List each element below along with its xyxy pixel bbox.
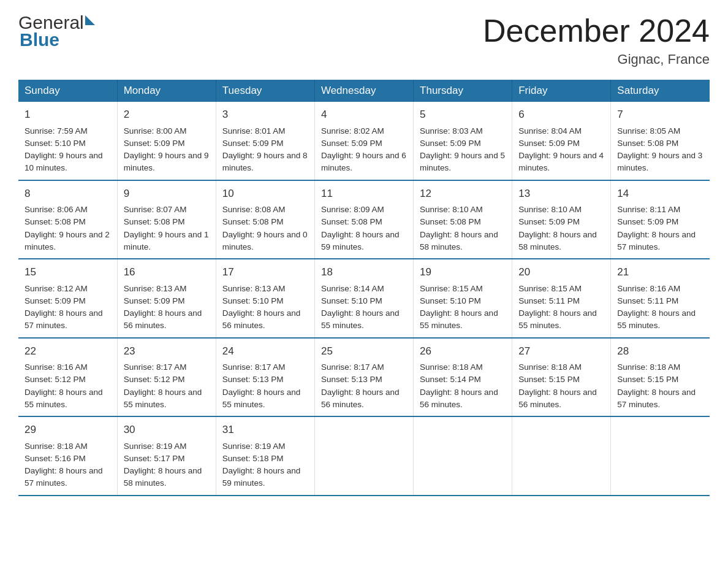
daylight-label: Daylight: 8 hours and 57 minutes. [617,388,696,409]
day-number: 14 [617,186,703,202]
calendar-cell: 12Sunrise: 8:10 AMSunset: 5:08 PMDayligh… [414,180,512,259]
daylight-label: Daylight: 8 hours and 55 minutes. [222,388,301,409]
sunset-label: Sunset: 5:08 PM [617,139,678,148]
daylight-label: Daylight: 8 hours and 56 minutes. [321,388,400,409]
header-monday: Monday [117,80,216,102]
daylight-label: Daylight: 9 hours and 1 minute. [124,230,209,251]
sunrise-label: Sunrise: 8:00 AM [124,126,187,136]
calendar-cell: 23Sunrise: 8:17 AMSunset: 5:12 PMDayligh… [117,338,216,417]
sunset-label: Sunset: 5:11 PM [518,296,580,305]
day-number: 26 [420,343,506,359]
sunrise-label: Sunrise: 8:17 AM [124,362,187,372]
daylight-label: Daylight: 8 hours and 58 minutes. [124,466,202,488]
day-number: 15 [25,264,111,280]
daylight-label: Daylight: 9 hours and 4 minutes. [518,151,604,172]
calendar-cell: 3Sunrise: 8:01 AMSunset: 5:09 PMDaylight… [216,102,314,180]
header-tuesday: Tuesday [216,80,314,102]
calendar-cell: 6Sunrise: 8:04 AMSunset: 5:09 PMDaylight… [512,102,611,180]
logo-triangle-icon [85,15,95,25]
month-title: December 2024 [483,12,710,49]
sunrise-label: Sunrise: 8:15 AM [518,284,582,293]
sunrise-label: Sunrise: 8:19 AM [222,442,286,451]
header-saturday: Saturday [611,80,710,102]
calendar-cell: 16Sunrise: 8:13 AMSunset: 5:09 PMDayligh… [117,259,216,338]
calendar-cell: 10Sunrise: 8:08 AMSunset: 5:08 PMDayligh… [216,180,314,259]
sunset-label: Sunset: 5:10 PM [222,296,284,305]
sunset-label: Sunset: 5:12 PM [124,375,185,384]
calendar-cell: 31Sunrise: 8:19 AMSunset: 5:18 PMDayligh… [216,416,314,496]
calendar-cell: 9Sunrise: 8:07 AMSunset: 5:08 PMDaylight… [117,180,216,259]
day-number: 18 [321,264,407,280]
daylight-label: Daylight: 8 hours and 59 minutes. [321,230,400,251]
daylight-label: Daylight: 9 hours and 5 minutes. [420,151,505,172]
calendar-cell: 28Sunrise: 8:18 AMSunset: 5:15 PMDayligh… [611,338,710,417]
day-number: 2 [124,107,210,123]
sunset-label: Sunset: 5:15 PM [518,375,580,384]
day-number: 8 [25,186,111,202]
sunrise-label: Sunrise: 8:02 AM [321,126,384,136]
week-row-5: 29Sunrise: 8:18 AMSunset: 5:16 PMDayligh… [18,416,710,496]
sunrise-label: Sunrise: 8:11 AM [617,205,680,214]
day-number: 25 [321,343,407,359]
day-number: 4 [321,107,407,123]
day-number: 16 [124,264,210,280]
day-number: 1 [25,107,111,123]
day-number: 3 [222,107,308,123]
calendar-cell: 21Sunrise: 8:16 AMSunset: 5:11 PMDayligh… [611,259,710,338]
day-number: 17 [222,264,308,280]
daylight-label: Daylight: 8 hours and 56 minutes. [222,308,301,330]
calendar-cell: 18Sunrise: 8:14 AMSunset: 5:10 PMDayligh… [314,259,413,338]
daylight-label: Daylight: 8 hours and 56 minutes. [124,308,202,330]
calendar-cell: 22Sunrise: 8:16 AMSunset: 5:12 PMDayligh… [18,338,117,417]
sunrise-label: Sunrise: 8:12 AM [25,284,88,293]
daylight-label: Daylight: 8 hours and 56 minutes. [420,388,498,409]
daylight-label: Daylight: 9 hours and 6 minutes. [321,151,406,172]
sunset-label: Sunset: 5:16 PM [25,454,86,463]
sunrise-label: Sunrise: 8:17 AM [321,362,384,372]
sunset-label: Sunset: 5:08 PM [222,217,284,226]
week-row-4: 22Sunrise: 8:16 AMSunset: 5:12 PMDayligh… [18,338,710,417]
calendar-cell: 17Sunrise: 8:13 AMSunset: 5:10 PMDayligh… [216,259,314,338]
header-sunday: Sunday [18,80,117,102]
daylight-label: Daylight: 8 hours and 55 minutes. [25,388,103,409]
daylight-label: Daylight: 8 hours and 57 minutes. [25,308,103,330]
sunset-label: Sunset: 5:09 PM [124,139,185,148]
calendar-cell: 14Sunrise: 8:11 AMSunset: 5:09 PMDayligh… [611,180,710,259]
day-number: 5 [420,107,506,123]
calendar-cell: 20Sunrise: 8:15 AMSunset: 5:11 PMDayligh… [512,259,611,338]
day-number: 19 [420,264,506,280]
week-row-2: 8Sunrise: 8:06 AMSunset: 5:08 PMDaylight… [18,180,710,259]
sunrise-label: Sunrise: 8:04 AM [518,126,582,136]
sunset-label: Sunset: 5:09 PM [420,139,481,148]
day-number: 9 [124,186,210,202]
page-header: General Blue December 2024 Gignac, Franc… [18,12,710,67]
daylight-label: Daylight: 9 hours and 3 minutes. [617,151,702,172]
calendar-cell [314,416,413,496]
sunrise-label: Sunrise: 8:10 AM [420,205,483,214]
sunrise-label: Sunrise: 8:06 AM [25,205,88,214]
location-text: Gignac, France [483,52,710,67]
sunrise-label: Sunrise: 8:15 AM [420,284,483,293]
sunrise-label: Sunrise: 8:09 AM [321,205,384,214]
daylight-label: Daylight: 9 hours and 2 minutes. [25,230,110,251]
daylight-label: Daylight: 8 hours and 58 minutes. [518,230,597,251]
sunset-label: Sunset: 5:08 PM [25,217,86,226]
daylight-label: Daylight: 8 hours and 57 minutes. [25,466,103,488]
sunrise-label: Sunrise: 8:16 AM [617,284,680,293]
sunset-label: Sunset: 5:09 PM [124,296,185,305]
daylight-label: Daylight: 8 hours and 58 minutes. [420,230,498,251]
week-row-3: 15Sunrise: 8:12 AMSunset: 5:09 PMDayligh… [18,259,710,338]
day-number: 10 [222,186,308,202]
sunset-label: Sunset: 5:09 PM [222,139,284,148]
sunset-label: Sunset: 5:08 PM [420,217,481,226]
sunrise-label: Sunrise: 8:13 AM [222,284,286,293]
sunrise-label: Sunrise: 8:18 AM [518,362,582,372]
sunset-label: Sunset: 5:10 PM [321,296,382,305]
calendar-cell: 5Sunrise: 8:03 AMSunset: 5:09 PMDaylight… [414,102,512,180]
sunset-label: Sunset: 5:10 PM [420,296,481,305]
calendar-cell: 29Sunrise: 8:18 AMSunset: 5:16 PMDayligh… [18,416,117,496]
calendar-table: SundayMondayTuesdayWednesdayThursdayFrid… [18,80,710,496]
calendar-cell: 7Sunrise: 8:05 AMSunset: 5:08 PMDaylight… [611,102,710,180]
daylight-label: Daylight: 8 hours and 59 minutes. [222,466,301,488]
sunrise-label: Sunrise: 8:16 AM [25,362,88,372]
